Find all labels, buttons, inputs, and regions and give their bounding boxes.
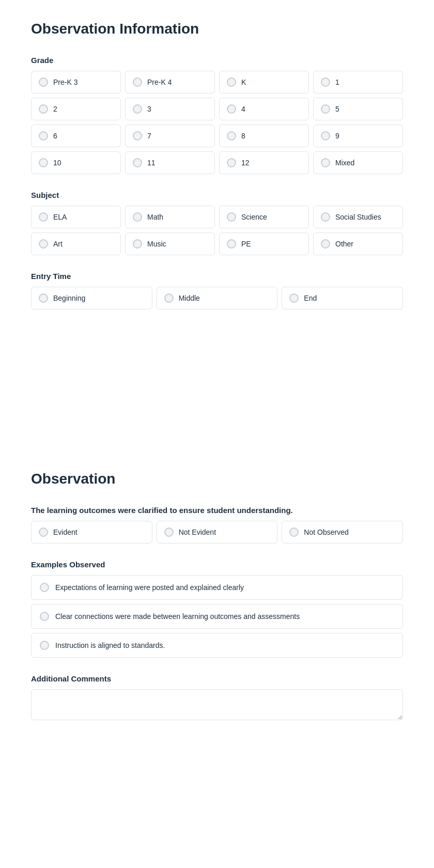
radio-label: 10 [53,159,61,167]
grade-option[interactable]: 2 [31,98,121,120]
grade-option[interactable]: 1 [313,71,403,94]
radio-label: Science [241,213,267,221]
grade-option[interactable]: 11 [125,151,215,174]
example-label: Instruction is aligned to standards. [55,641,165,649]
radio-label: PE [241,240,251,248]
radio-circle [289,528,299,537]
radio-circle [133,239,142,249]
radio-circle [133,158,142,167]
additional-comments-input[interactable] [31,689,403,720]
entry-time-section: Entry Time BeginningMiddleEnd [31,272,403,309]
subject-option[interactable]: Other [313,233,403,255]
subject-option[interactable]: Art [31,233,121,255]
grade-option[interactable]: Pre-K 3 [31,71,121,94]
radio-label: End [304,294,317,302]
subject-option[interactable]: Social Studies [313,206,403,228]
radio-label: 3 [147,105,151,113]
radio-circle [321,239,330,249]
radio-circle [321,104,330,114]
radio-circle [39,293,48,303]
grade-option[interactable]: K [219,71,309,94]
radio-circle [321,131,330,141]
radio-circle [39,212,48,222]
grade-option[interactable]: 4 [219,98,309,120]
radio-circle [39,158,48,167]
subject-option[interactable]: PE [219,233,309,255]
radio-label: ELA [53,213,67,221]
radio-label: 11 [147,159,156,167]
subject-option[interactable]: ELA [31,206,121,228]
radio-label: 1 [335,78,339,86]
observation-title: Observation [31,471,403,487]
radio-label: 4 [241,105,245,113]
grade-option[interactable]: 9 [313,125,403,147]
radio-circle [321,212,330,222]
observation-section: Observation The learning outcomes were c… [31,471,403,722]
radio-circle [321,78,330,87]
radio-label: Pre-K 4 [147,78,172,86]
subject-option[interactable]: Music [125,233,215,255]
radio-label: Evident [53,528,78,536]
page-title: Observation Information [31,21,403,37]
grade-section: Grade Pre-K 3Pre-K 4K123456789101112Mixe… [31,56,403,174]
radio-circle [321,158,330,167]
radio-label: 2 [53,105,57,113]
radio-label: K [241,78,246,86]
grade-option[interactable]: 3 [125,98,215,120]
radio-label: Beginning [53,294,85,302]
subject-section: Subject ELAMathScienceSocial StudiesArtM… [31,191,403,255]
grade-option[interactable]: 7 [125,125,215,147]
examples-observed-label: Examples Observed [31,560,403,569]
radio-label: Not Observed [304,528,348,536]
learning-outcome-option[interactable]: Not Observed [282,521,403,544]
grade-option[interactable]: Pre-K 4 [125,71,215,94]
radio-label: Art [53,240,63,248]
entry-time-options: BeginningMiddleEnd [31,287,403,309]
radio-circle [40,583,49,592]
radio-circle [289,293,299,303]
example-label: Expectations of learning were posted and… [55,583,244,592]
grade-option[interactable]: 10 [31,151,121,174]
learning-outcome-option[interactable]: Not Evident [157,521,278,544]
radio-circle [39,131,48,141]
radio-circle [40,612,49,621]
radio-circle [164,293,174,303]
grade-option[interactable]: 8 [219,125,309,147]
grade-label: Grade [31,56,403,65]
entry-time-option[interactable]: Middle [157,287,278,309]
grade-option[interactable]: 5 [313,98,403,120]
radio-circle [164,528,174,537]
radio-circle [227,131,236,141]
example-item[interactable]: Expectations of learning were posted and… [31,575,403,600]
subject-option[interactable]: Science [219,206,309,228]
grade-option[interactable]: Mixed [313,151,403,174]
grade-option[interactable]: 6 [31,125,121,147]
radio-circle [40,641,49,650]
radio-label: Not Evident [179,528,216,536]
radio-circle [227,78,236,87]
additional-comments-label: Additional Comments [31,674,403,683]
grade-options: Pre-K 3Pre-K 4K123456789101112Mixed [31,71,403,174]
radio-label: Middle [179,294,200,302]
learning-outcomes-block: The learning outcomes were clarified to … [31,506,403,544]
subject-options: ELAMathScienceSocial StudiesArtMusicPEOt… [31,206,403,255]
radio-circle [227,158,236,167]
radio-label: Music [147,240,166,248]
radio-label: Other [335,240,353,248]
example-item[interactable]: Clear connections were made between lear… [31,604,403,629]
radio-label: Mixed [335,159,354,167]
radio-circle [133,212,142,222]
radio-label: 5 [335,105,339,113]
radio-label: Math [147,213,163,221]
grade-option[interactable]: 12 [219,151,309,174]
radio-label: 8 [241,132,245,140]
subject-option[interactable]: Math [125,206,215,228]
learning-outcomes-options: EvidentNot EvidentNot Observed [31,521,403,544]
entry-time-option[interactable]: Beginning [31,287,152,309]
radio-circle [227,104,236,114]
radio-label: 9 [335,132,339,140]
entry-time-option[interactable]: End [282,287,403,309]
example-item[interactable]: Instruction is aligned to standards. [31,633,403,658]
learning-outcome-option[interactable]: Evident [31,521,152,544]
radio-circle [39,239,48,249]
